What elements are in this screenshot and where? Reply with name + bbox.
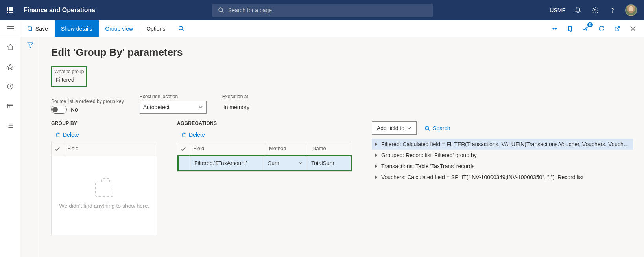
app-title: Finance and Operations (24, 7, 95, 14)
panel-search-button[interactable]: Search (424, 125, 450, 131)
cmd-right-tools: 0 (550, 20, 644, 37)
save-button[interactable]: Save (20, 20, 55, 37)
global-search-input[interactable]: Search for a page (212, 4, 433, 17)
search-icon (424, 125, 430, 131)
connector-button[interactable] (550, 24, 559, 33)
show-details-button[interactable]: Show details (55, 20, 99, 37)
data-source-panel: Add field to Search Filtered: Calculated… (372, 121, 633, 183)
save-label: Save (35, 26, 48, 32)
triangle-right-icon (375, 164, 377, 168)
triangle-right-icon (375, 142, 377, 146)
tree-item[interactable]: Vouchers: Calculated field = SPLIT("INV-… (372, 172, 633, 183)
agg-header-field[interactable]: Field (189, 142, 265, 156)
company-label[interactable]: USMF (550, 7, 565, 13)
save-icon (27, 26, 33, 32)
group-view-label: Group view (105, 26, 133, 32)
settings-button[interactable] (590, 6, 600, 15)
ordered-toggle[interactable]: No (51, 106, 124, 114)
table-row[interactable]: Filtered.'$TaxAmount' Sum TotalSum (179, 156, 351, 170)
exec-at-label: Execution at (222, 94, 289, 99)
group-by-header-field[interactable]: Field (63, 142, 157, 156)
data-source-tree: Filtered: Calculated field = FILTER(Tran… (372, 139, 633, 183)
chevron-down-icon (298, 161, 303, 165)
filter-button[interactable] (27, 42, 34, 257)
ordered-label: Source list is ordered by group key (51, 99, 124, 104)
options-button[interactable]: Options (140, 20, 172, 37)
svg-point-5 (179, 26, 183, 30)
add-field-to-button[interactable]: Add field to (372, 121, 417, 135)
agg-row-name[interactable]: TotalSum (307, 156, 351, 170)
agg-header-name[interactable]: Name (308, 142, 352, 156)
group-view-button[interactable]: Group view (99, 20, 140, 37)
gear-icon (592, 7, 599, 14)
svg-line-1 (222, 11, 224, 13)
find-button[interactable] (172, 20, 191, 37)
empty-folder-icon (95, 182, 113, 197)
tree-item-text: Filtered: Calculated field = FILTER(Tran… (381, 141, 630, 147)
popout-button[interactable] (613, 24, 622, 33)
search-wrap: Search for a page (95, 4, 550, 17)
what-to-group-value[interactable]: Filtered (54, 76, 84, 84)
tree-item[interactable]: Transactions: Table 'TaxTrans' records (372, 161, 633, 172)
group-by-delete-label: Delete (63, 132, 79, 138)
group-by-select-all[interactable] (52, 142, 63, 156)
attachments-button[interactable]: 0 (581, 24, 590, 33)
close-button[interactable] (628, 24, 638, 33)
tree-item[interactable]: Filtered: Calculated field = FILTER(Tran… (372, 139, 633, 150)
nav-workspaces[interactable] (6, 101, 15, 111)
agg-select-all[interactable] (177, 142, 189, 156)
what-to-group-label: What to group (54, 69, 84, 74)
group-by-empty-text: We didn't find anything to show here. (59, 203, 149, 209)
help-button[interactable] (608, 6, 617, 15)
svg-marker-7 (552, 28, 555, 30)
chevron-down-icon (407, 126, 411, 130)
trash-icon (181, 132, 186, 138)
aggregations-heading: AGGREGATIONS (177, 121, 352, 126)
svg-line-6 (183, 29, 184, 31)
exec-location-select[interactable]: Autodetect (140, 101, 207, 114)
triangle-right-icon (375, 175, 377, 179)
top-right-tools: USMF (550, 4, 640, 16)
nav-favorites[interactable] (6, 62, 15, 72)
close-icon (630, 26, 636, 31)
filter-strip (20, 37, 40, 257)
app-launcher-button[interactable] (4, 4, 16, 16)
svg-point-2 (594, 9, 596, 11)
exec-location-field: Execution location Autodetect (140, 94, 207, 114)
aggregations-grid-header: Field Method Name (177, 142, 352, 156)
funnel-icon (27, 42, 34, 49)
exec-location-value: Autodetect (143, 104, 170, 110)
refresh-icon (598, 25, 605, 32)
chevron-down-icon (198, 105, 203, 110)
top-bar: Finance and Operations Search for a page… (0, 0, 644, 20)
refresh-button[interactable] (597, 24, 606, 33)
agg-row-method[interactable]: Sum (264, 156, 307, 170)
agg-header-method[interactable]: Method (265, 142, 308, 156)
user-avatar[interactable] (625, 4, 637, 16)
search-icon (178, 26, 184, 31)
vertical-nav (0, 37, 20, 257)
nav-modules[interactable] (6, 121, 15, 130)
modules-icon (7, 122, 14, 129)
content-pane: Edit 'Group By' parameters What to group… (40, 37, 644, 257)
nav-home[interactable] (6, 42, 15, 52)
office-button[interactable] (565, 24, 575, 33)
aggregations-delete-label: Delete (189, 132, 205, 138)
svg-rect-4 (29, 29, 31, 30)
add-field-to-label: Add field to (377, 125, 404, 131)
tree-item[interactable]: Grouped: Record list 'Filtered' group by (372, 150, 633, 161)
svg-marker-8 (555, 28, 557, 30)
agg-row-checkbox[interactable] (179, 156, 190, 170)
group-by-grid-header: Field (52, 142, 157, 156)
group-by-delete-button[interactable]: Delete (51, 129, 157, 142)
agg-row-field[interactable]: Filtered.'$TaxAmount' (190, 156, 264, 170)
nav-recent[interactable] (6, 82, 15, 91)
nav-toggle-button[interactable] (0, 20, 20, 37)
options-label: Options (146, 26, 165, 32)
show-details-label: Show details (61, 26, 92, 32)
notifications-button[interactable] (573, 6, 583, 15)
attachments-badge: 0 (587, 22, 593, 27)
svg-point-0 (219, 8, 223, 12)
aggregations-delete-button[interactable]: Delete (177, 129, 352, 142)
tree-item-text: Vouchers: Calculated field = SPLIT("INV-… (381, 174, 583, 180)
